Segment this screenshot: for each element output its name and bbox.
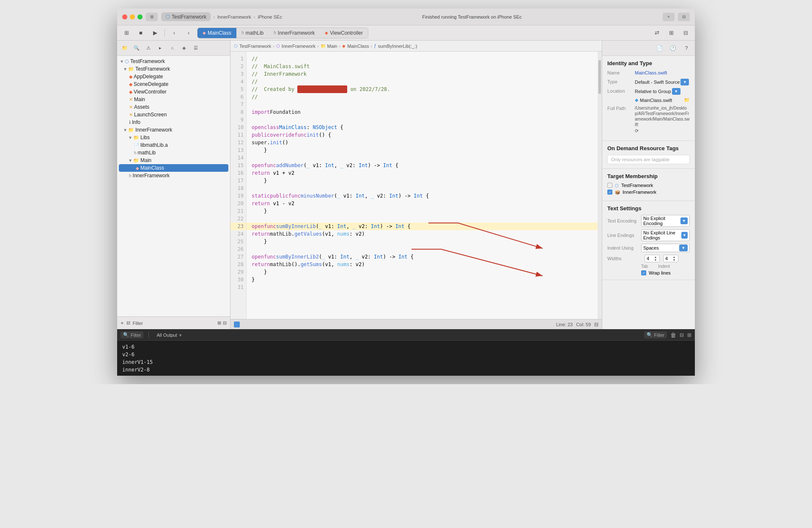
line-endings-select[interactable]: No Explicit Line Endings ▼ <box>641 229 690 241</box>
output-dropdown[interactable]: ▼ <box>178 333 183 338</box>
output-tab[interactable]: All Output ▼ <box>154 332 185 338</box>
panel-btn2[interactable]: ⊞ <box>687 332 691 338</box>
panel-btn1[interactable]: ⊟ <box>680 332 684 338</box>
scroll-thumb[interactable] <box>598 60 601 94</box>
grid-btn[interactable]: ⊞ <box>665 28 677 38</box>
nav-sidebar-btn[interactable]: ⊞ <box>121 28 132 38</box>
sidebar-item-libmathlib[interactable]: 📄 libmathLib.a <box>117 141 230 149</box>
wrap-checkbox[interactable]: ✓ <box>641 270 646 275</box>
location-reveal-btn[interactable]: 📁 <box>684 97 690 103</box>
sidebar-issues-btn[interactable]: ⚠ <box>143 44 154 52</box>
sidebar-nav-btn[interactable]: 📁 <box>120 44 130 52</box>
breadcrumb-1[interactable]: TestFramework <box>239 44 271 49</box>
location-dropdown-btn[interactable]: ▼ <box>672 88 680 95</box>
bottom-content: v1-6 v2-6 innerV1-15 innerV2-8 <box>117 341 695 376</box>
tab-width-up[interactable]: ▲ <box>653 256 658 258</box>
sidebar-debug-btn[interactable]: ⑃ <box>167 44 177 52</box>
sidebar-item-innerframework-folder[interactable]: ▶ 📁 InnerFramework <box>117 126 230 134</box>
sidebar-item-testframework-root[interactable]: ▶ ⬡ TestFramework <box>117 58 230 65</box>
add-button[interactable]: + <box>121 320 124 326</box>
output-line-2: v2-6 <box>122 351 690 358</box>
tab-width-stepper[interactable]: ▲ ▼ <box>653 256 658 261</box>
bottom-filter-left[interactable]: 🔍 Filter <box>121 331 143 338</box>
sidebar-item-main-inner[interactable]: ▶ 📁 Main <box>117 157 230 164</box>
tab-viewcontroller[interactable]: ◆ ViewController <box>320 30 368 36</box>
breadcrumb-xcode-icon: ⬡ <box>234 44 238 48</box>
location-select[interactable]: Relative to Group ▼ <box>635 88 680 95</box>
code-line: // MainClass.swift <box>252 63 593 70</box>
expand-btn[interactable]: ⊟ <box>594 322 598 327</box>
code-area[interactable]: // // MainClass.swift // InnerFramework … <box>247 52 598 319</box>
line-num: 16 <box>230 169 246 177</box>
trash-btn[interactable]: 🗑 <box>670 332 676 338</box>
target-checkbox-innerframework[interactable]: ✓ <box>607 190 612 195</box>
split-btn[interactable]: ⊟ <box>680 28 691 38</box>
add-tab-button[interactable]: + <box>663 13 675 21</box>
diff-btn[interactable]: ⇄ <box>651 28 663 38</box>
run-btn[interactable]: ▶ <box>149 28 161 38</box>
nav-back-btn[interactable]: ‹ <box>168 28 180 38</box>
tab-width-field[interactable]: 4 ▲ ▼ <box>645 255 660 262</box>
sidebar-item-mainclass[interactable]: ◆ MainClass <box>119 164 228 172</box>
sidebar-footer-btn2[interactable]: ⊟ <box>223 320 227 326</box>
close-button[interactable] <box>122 14 127 19</box>
sidebar-footer-btn1[interactable]: ⊞ <box>217 320 221 326</box>
tab-mathlib[interactable]: h mathLib <box>236 30 269 36</box>
on-demand-field[interactable]: Only resources are taggable <box>607 155 690 164</box>
sidebar-footer-btns: ⊞ ⊟ <box>217 320 227 326</box>
scrollbar[interactable] <box>598 52 602 319</box>
encoding-dropdown[interactable]: ▼ <box>680 217 688 224</box>
sidebar-search-btn[interactable]: 🔍 <box>132 44 142 52</box>
breadcrumb-4[interactable]: MainClass <box>347 44 369 49</box>
code-line: return mathLib().getSums(v1, nums: v2) <box>252 261 593 268</box>
type-select[interactable]: Default - Swift Source ▼ <box>635 79 689 85</box>
sidebar-reports-btn[interactable]: ☰ <box>191 44 201 52</box>
breadcrumb-3[interactable]: Main <box>327 44 337 49</box>
title-tab-framework[interactable]: ⬡ TestFramework <box>161 12 211 21</box>
breadcrumb-2[interactable]: InnerFramework <box>282 44 315 49</box>
fullscreen-button[interactable] <box>137 14 143 19</box>
indent-width-stepper[interactable]: ▲ ▼ <box>672 256 676 261</box>
quick-help-btn[interactable]: ? <box>681 44 691 52</box>
history-btn[interactable]: 🕐 <box>668 44 678 52</box>
breadcrumb-5[interactable]: sumByInnerLib(:_:) <box>378 44 417 49</box>
target-checkbox-testframework[interactable] <box>607 183 612 188</box>
file-inspector-btn[interactable]: 📄 <box>654 44 664 52</box>
type-dropdown-btn[interactable]: ▼ <box>680 79 689 85</box>
sidebar-breakpoints-btn[interactable]: ◈ <box>179 44 189 52</box>
bottom-filter-right[interactable]: 🔍 Filter <box>644 331 667 338</box>
indent-width-up[interactable]: ▲ <box>672 256 676 258</box>
tab-label: Tab <box>641 264 648 269</box>
fullpath-reveal-btn[interactable]: ⟳ <box>635 128 690 134</box>
nav-forward-btn[interactable]: › <box>183 28 195 38</box>
sidebar-item-mathlib[interactable]: h mathLib <box>117 149 230 157</box>
triangle-icon: ▶ <box>123 129 127 131</box>
indent-dropdown[interactable]: ▼ <box>679 245 688 251</box>
sidebar-item-testframework-folder[interactable]: ▶ 📁 TestFramework <box>117 65 230 73</box>
sidebar-toggle-btn[interactable]: ⊞ <box>146 13 158 21</box>
tab-mainclass[interactable]: ◆ MainClass <box>198 28 236 38</box>
minimize-button[interactable] <box>130 14 135 19</box>
sidebar-item-appdelegate[interactable]: ◆ AppDelegate <box>117 73 230 80</box>
sidebar-tests-btn[interactable]: ▸ <box>155 44 165 52</box>
sidebar-item-launchscreen[interactable]: ✕ LaunchScreen <box>117 111 230 118</box>
encoding-select[interactable]: No Explicit Encoding ▼ <box>641 215 690 227</box>
tab-innerframework[interactable]: h InnerFramework <box>269 30 320 36</box>
line-num: 31 <box>230 283 246 291</box>
indent-select[interactable]: Spaces ▼ <box>641 244 690 252</box>
sidebar-item-scenedelegate[interactable]: ◆ SceneDelegate <box>117 80 230 88</box>
folder-icon: 📁 <box>133 135 139 140</box>
code-line: // <box>252 55 593 63</box>
sidebar-item-assets[interactable]: ✕ Assets <box>117 103 230 111</box>
panel-toggle-button[interactable]: ⊟ <box>678 13 690 21</box>
indent-width-down[interactable]: ▼ <box>672 258 676 261</box>
sidebar-item-innerframework-file[interactable]: h InnerFramework <box>117 172 230 179</box>
sidebar-item-viewcontroller[interactable]: ◆ ViewController <box>117 88 230 96</box>
stop-btn[interactable]: ■ <box>135 28 147 38</box>
line-endings-dropdown[interactable]: ▼ <box>681 232 688 239</box>
sidebar-item-info[interactable]: ℹ Info <box>117 118 230 126</box>
indent-width-field[interactable]: 4 ▲ ▼ <box>663 255 678 262</box>
sidebar-item-main[interactable]: ✕ Main <box>117 96 230 103</box>
tab-width-down[interactable]: ▼ <box>653 258 658 261</box>
sidebar-item-libs[interactable]: ▶ 📁 Libs <box>117 134 230 141</box>
